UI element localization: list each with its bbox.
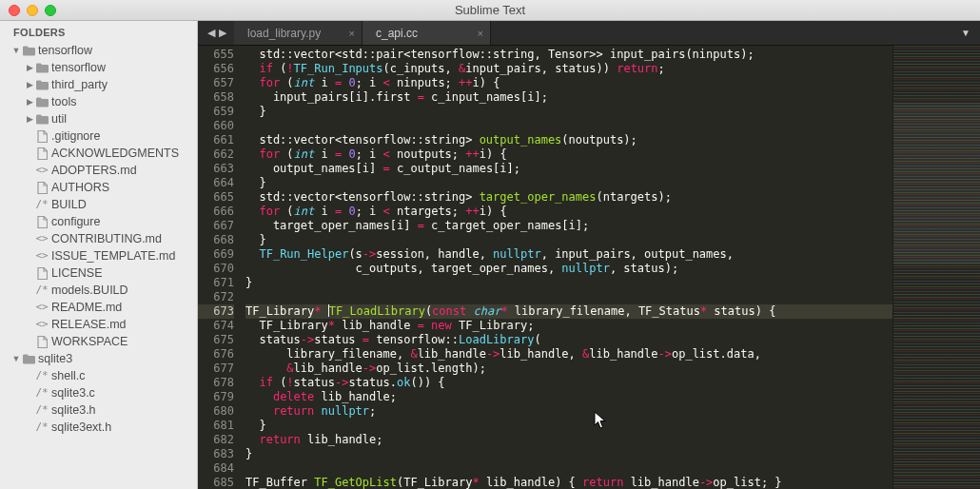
tab-overflow-icon[interactable]: ▼ xyxy=(951,21,980,45)
line-number: 681 xyxy=(198,419,234,433)
line-number: 672 xyxy=(198,290,234,304)
code-line[interactable]: output_names[i] = c_output_names[i]; xyxy=(245,162,892,176)
code-line[interactable] xyxy=(245,290,892,304)
folder-icon xyxy=(21,46,36,56)
window-title: Sublime Text xyxy=(0,3,980,17)
file-item[interactable]: /*sqlite3.c xyxy=(0,384,197,401)
line-number: 659 xyxy=(198,105,234,119)
minimap-viewport[interactable] xyxy=(893,103,980,264)
file-item[interactable]: /*models.BUILD xyxy=(0,282,197,299)
disclosure-icon[interactable]: ▶ xyxy=(25,76,34,93)
file-item[interactable]: /*sqlite3.h xyxy=(0,401,197,419)
code-line[interactable]: for (int i = 0; i < ntargets; ++i) { xyxy=(245,205,892,219)
file-item[interactable]: LICENSE xyxy=(0,264,197,282)
disclosure-icon[interactable]: ▶ xyxy=(25,59,34,76)
file-type-icon: <> xyxy=(34,247,49,264)
file-item[interactable]: <>README.md xyxy=(0,299,197,316)
disclosure-icon[interactable]: ▼ xyxy=(11,42,21,59)
line-number: 673 xyxy=(198,304,234,319)
code-line[interactable]: return nullptr; xyxy=(245,404,892,419)
code-line[interactable] xyxy=(245,461,892,476)
tree-item-label: tensorflow xyxy=(36,42,92,59)
code-line[interactable]: for (int i = 0; i < ninputs; ++i) { xyxy=(245,76,892,90)
folder-item[interactable]: ▶tensorflow xyxy=(0,59,197,76)
code-line[interactable]: &lib_handle->op_list.length); xyxy=(245,362,892,376)
folder-item[interactable]: ▶tools xyxy=(0,93,197,110)
file-type-icon: <> xyxy=(34,299,49,316)
file-item[interactable]: /*sqlite3ext.h xyxy=(0,419,197,436)
disclosure-icon[interactable]: ▶ xyxy=(25,110,34,127)
code-line[interactable]: TF_Buffer TF_GetOpList(TF_Library* lib_h… xyxy=(245,476,892,489)
code-area[interactable]: 6556566576586596606616626636646656666676… xyxy=(198,46,980,489)
code-line[interactable]: c_outputs, target_oper_names, nullptr, s… xyxy=(245,262,892,276)
tab[interactable]: c_api.cc× xyxy=(363,21,491,45)
code-line[interactable]: target_oper_names[i] = c_target_oper_nam… xyxy=(245,219,892,233)
file-type-icon: /* xyxy=(34,384,49,401)
file-item[interactable]: /*shell.c xyxy=(0,367,197,384)
folder-item[interactable]: ▼sqlite3 xyxy=(0,350,197,367)
code-line[interactable]: for (int i = 0; i < noutputs; ++i) { xyxy=(245,147,892,162)
file-item[interactable]: <>ISSUE_TEMPLATE.md xyxy=(0,247,197,264)
line-number: 665 xyxy=(198,190,234,205)
tab[interactable]: load_library.py× xyxy=(234,21,363,45)
code-line[interactable]: std::vector<tensorflow::string> target_o… xyxy=(245,190,892,205)
code-line[interactable]: delete lib_handle; xyxy=(245,390,892,404)
code-line[interactable]: library_filename, &lib_handle->lib_handl… xyxy=(245,347,892,362)
line-number: 658 xyxy=(198,90,234,105)
tree-item-label: util xyxy=(49,110,67,127)
code-line[interactable]: TF_Library* lib_handle = new TF_Library; xyxy=(245,319,892,333)
file-item[interactable]: .gitignore xyxy=(0,127,197,145)
code-line[interactable]: } xyxy=(245,105,892,119)
code-line[interactable]: return lib_handle; xyxy=(245,433,892,447)
file-type-icon: /* xyxy=(34,367,49,384)
tree-item-label: sqlite3ext.h xyxy=(49,419,111,436)
disclosure-icon[interactable]: ▶ xyxy=(25,93,34,110)
folder-item[interactable]: ▼tensorflow xyxy=(0,42,197,59)
tree-item-label: RELEASE.md xyxy=(49,316,127,333)
file-type-icon: /* xyxy=(34,419,49,436)
tree-item-label: sqlite3.c xyxy=(49,384,95,401)
file-type-icon: <> xyxy=(34,162,49,179)
code-line[interactable]: } xyxy=(245,447,892,461)
close-icon[interactable]: × xyxy=(349,28,355,39)
nav-forward-icon[interactable]: ▶ xyxy=(219,27,226,39)
file-item[interactable]: ACKNOWLEDGMENTS xyxy=(0,145,197,162)
code-line[interactable]: } xyxy=(245,419,892,433)
line-number: 667 xyxy=(198,219,234,233)
code-line[interactable]: if (!status->status.ok()) { xyxy=(245,376,892,390)
code-line[interactable]: std::vector<std::pair<tensorflow::string… xyxy=(245,48,892,62)
file-item[interactable]: <>RELEASE.md xyxy=(0,316,197,333)
file-item[interactable]: WORKSPACE xyxy=(0,333,197,350)
tree-item-label: configure xyxy=(49,213,100,230)
code-line[interactable]: if (!TF_Run_Inputs(c_inputs, &input_pair… xyxy=(245,62,892,76)
file-item[interactable]: configure xyxy=(0,213,197,230)
code-line[interactable]: } xyxy=(245,176,892,190)
tree-item-label: ADOPTERS.md xyxy=(49,162,137,179)
code-line[interactable]: status->status = tensorflow::LoadLibrary… xyxy=(245,333,892,347)
disclosure-icon[interactable]: ▼ xyxy=(11,350,21,367)
folder-item[interactable]: ▶util xyxy=(0,110,197,127)
tab-row: ◀ ▶ load_library.py×c_api.cc× ▼ xyxy=(198,21,980,46)
line-number: 684 xyxy=(198,461,234,476)
code-line[interactable]: input_pairs[i].first = c_input_names[i]; xyxy=(245,90,892,105)
file-type-icon: <> xyxy=(34,316,49,333)
folder-item[interactable]: ▶third_party xyxy=(0,76,197,93)
code-line[interactable]: } xyxy=(245,233,892,247)
minimap[interactable] xyxy=(892,46,980,489)
code-line[interactable]: } xyxy=(245,276,892,290)
nav-back-icon[interactable]: ◀ xyxy=(207,27,215,39)
file-item[interactable]: <>ADOPTERS.md xyxy=(0,162,197,179)
code-line[interactable]: TF_Run_Helper(s->session, handle, nullpt… xyxy=(245,247,892,262)
file-item[interactable]: AUTHORS xyxy=(0,179,197,196)
code-line[interactable]: TF_Library* TF_LoadLibrary(const char* l… xyxy=(245,304,892,319)
file-type-icon: /* xyxy=(34,196,49,213)
file-item[interactable]: /*BUILD xyxy=(0,196,197,213)
code-line[interactable]: std::vector<tensorflow::string> output_n… xyxy=(245,133,892,147)
tree-item-label: ISSUE_TEMPLATE.md xyxy=(49,247,175,264)
code-line[interactable] xyxy=(245,119,892,133)
tree-item-label: models.BUILD xyxy=(49,282,128,299)
file-item[interactable]: <>CONTRIBUTING.md xyxy=(0,230,197,247)
code[interactable]: std::vector<std::pair<tensorflow::string… xyxy=(242,46,892,489)
tab-nav: ◀ ▶ xyxy=(198,21,234,45)
close-icon[interactable]: × xyxy=(478,28,483,39)
